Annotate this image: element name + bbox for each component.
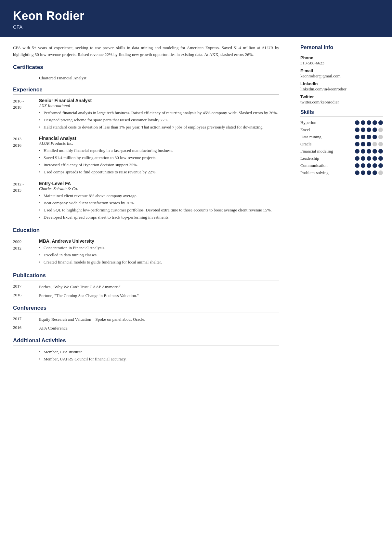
email-label: E-mail [300, 68, 383, 73]
dot-empty [378, 170, 383, 175]
dot [372, 163, 377, 168]
bullet: Created financial models to guide fundra… [39, 259, 279, 265]
candidate-name: Keon Rodier [13, 9, 379, 23]
dot [355, 142, 359, 146]
bullet: Excelled in data mining classes. [39, 252, 279, 258]
education-section: Education 2009 -2012 MBA, Andrews Univer… [13, 227, 279, 266]
dot [367, 156, 371, 161]
dot [367, 149, 371, 154]
conferences-title: Conferences [13, 305, 279, 311]
experience-title: Experience [13, 87, 279, 93]
skill-row-communication: Communication [300, 163, 383, 168]
dot [355, 128, 359, 132]
education-divider [13, 235, 279, 235]
dot [355, 120, 359, 125]
exp-content-2: Financial Analyst ALUR Products Inc. Han… [39, 136, 279, 176]
bullet: Developed Excel spread comps sheet to tr… [39, 214, 279, 221]
conf-entry-2: 2016 AFA Conference. [13, 325, 279, 331]
publications-divider [13, 280, 279, 280]
dot [355, 163, 359, 168]
exp-job-title-1: Senior Financial Analyst [39, 98, 279, 103]
exp-date-2: 2013 -2016 [13, 136, 39, 176]
exp-company-1: AXX International [39, 103, 279, 108]
pub-entry-2: 2016 Fortune, "The Coming Sea Change in … [13, 292, 279, 299]
linkedin-label: LinkedIn [300, 81, 383, 86]
skill-dots-hyperion [355, 120, 383, 125]
exp-bullets-2: Handled monthly financial reporting in a… [39, 147, 279, 176]
skill-row-excel: Excel [300, 127, 383, 132]
skill-name-hyperion: Hyperion [300, 120, 355, 125]
exp-job-title-2: Financial Analyst [39, 136, 279, 141]
dot [367, 135, 371, 139]
dot [372, 128, 377, 132]
exp-date-3: 2012 -2013 [13, 181, 39, 222]
bullet: Maintained client revenue 8% above compa… [39, 193, 279, 199]
certificates-divider [13, 72, 279, 72]
dot-empty [378, 142, 383, 146]
personal-info-section: Personal Info Phone 313-588-6623 E-mail … [300, 45, 383, 105]
conf-entry-1: 2017 Equity Research and Valuation—Spoke… [13, 316, 279, 323]
personal-info-title: Personal Info [300, 45, 383, 50]
dot [361, 149, 365, 154]
exp-content-3: Entry-Level FA Charles Schwab & Co. Main… [39, 181, 279, 222]
skill-row-datamining: Data mining [300, 134, 383, 140]
conf-text-2: AFA Conference. [39, 325, 279, 331]
dot [372, 120, 377, 125]
skill-name-leadership: Leadership [300, 156, 355, 161]
conferences-divider [13, 313, 279, 313]
dot [367, 128, 371, 132]
left-column: CFA with 5+ years of experience, seeking… [0, 37, 291, 554]
certificates-title: Certificates [13, 64, 279, 71]
twitter-label: Twitter [300, 94, 383, 99]
dot [372, 149, 377, 154]
additional-bullet-1: Member, CFA Institute. [39, 349, 279, 356]
bullet: Used SQL to highlight low-performing cus… [39, 207, 279, 213]
exp-entry-1: 2016 -2018 Senior Financial Analyst AXX … [13, 98, 279, 131]
email-value: keonrodier@gmail.com [300, 74, 383, 79]
bullet: Increased efficiency of Hyperion decisio… [39, 162, 279, 168]
additional-bullets: Member, CFA Institute. Member, UAFRS Cou… [13, 349, 279, 363]
bullet: Saved $1.4 million by calling attention … [39, 155, 279, 161]
dot [361, 135, 365, 139]
bullet: Concentration in Financial Analysis. [39, 245, 279, 251]
dot [378, 156, 383, 161]
exp-content-1: Senior Financial Analyst AXX Internation… [39, 98, 279, 131]
skill-name-finmodeling: Financial modeling [300, 149, 355, 154]
conf-year-1: 2017 [13, 316, 39, 323]
skill-dots-communication [355, 163, 383, 168]
body-container: CFA with 5+ years of experience, seeking… [0, 37, 392, 554]
dot [378, 163, 383, 168]
dot [367, 170, 371, 175]
dot [361, 163, 365, 168]
dot [355, 156, 359, 161]
dot [378, 149, 383, 154]
dot [372, 135, 377, 139]
resume: Keon Rodier CFA CFA with 5+ years of exp… [0, 0, 392, 554]
edu-entry-1: 2009 -2012 MBA, Andrews University Conce… [13, 238, 279, 266]
experience-divider [13, 94, 279, 95]
skill-name-datamining: Data mining [300, 134, 355, 140]
pub-text-2: Fortune, "The Coming Sea Change in Busin… [39, 292, 279, 299]
summary-text: CFA with 5+ years of experience, seeking… [13, 45, 279, 58]
experience-section: Experience 2016 -2018 Senior Financial A… [13, 87, 279, 222]
publications-title: Publications [13, 272, 279, 279]
dot-empty [372, 142, 377, 146]
dot [367, 120, 371, 125]
conf-year-2: 2016 [13, 325, 39, 331]
skill-row-problemsolving: Problem-solving [300, 170, 383, 175]
exp-job-title-3: Entry-Level FA [39, 181, 279, 186]
skill-name-oracle: Oracle [300, 142, 355, 147]
edu-bullets-1: Concentration in Financial Analysis. Exc… [39, 245, 279, 265]
dot [367, 163, 371, 168]
skill-name-problemsolving: Problem-solving [300, 170, 355, 175]
skill-row-hyperion: Hyperion [300, 120, 383, 125]
pub-year-2: 2016 [13, 292, 39, 299]
dot [361, 128, 365, 132]
bullet: Handled monthly financial reporting in a… [39, 147, 279, 154]
additional-section: Additional Activities Member, CFA Instit… [13, 337, 279, 363]
skill-row-leadership: Leadership [300, 156, 383, 161]
skill-dots-oracle [355, 142, 383, 146]
education-title: Education [13, 227, 279, 234]
skills-title: Skills [300, 109, 383, 115]
dot [372, 170, 377, 175]
